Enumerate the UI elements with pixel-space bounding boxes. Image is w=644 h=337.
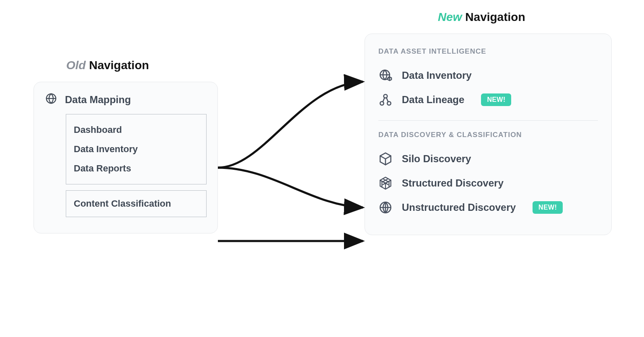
old-nav-panel: Data Mapping Dashboard Data Inventory Da… <box>34 82 218 233</box>
old-group-2: Content Classification <box>66 190 207 217</box>
new-badge: NEW! <box>481 93 511 106</box>
new-nav-panel: DATA ASSET INTELLIGENCE Data Inventory D… <box>365 34 612 235</box>
section-2-label: DATA DISCOVERY & CLASSIFICATION <box>378 131 598 139</box>
nav-item-structured-discovery[interactable]: Structured Discovery <box>378 171 598 195</box>
old-group-1: Dashboard Data Inventory Data Reports <box>66 114 207 184</box>
nav-item-label: Silo Discovery <box>402 153 471 165</box>
nav-item-label: Structured Discovery <box>402 177 504 189</box>
old-item-content-classification: Content Classification <box>74 197 199 211</box>
old-item-data-reports: Data Reports <box>74 159 199 178</box>
globe-intersect-icon <box>378 200 393 215</box>
nav-item-label: Unstructured Discovery <box>402 202 516 213</box>
nav-item-unstructured-discovery[interactable]: Unstructured Discovery NEW! <box>378 195 598 220</box>
new-nav-title: New Navigation <box>438 10 525 24</box>
globe-icon <box>45 92 57 107</box>
new-rest: Navigation <box>462 10 525 23</box>
nav-item-data-lineage[interactable]: Data Lineage NEW! <box>378 88 598 112</box>
lineage-icon <box>378 93 393 107</box>
old-heading-label: Data Mapping <box>65 94 131 106</box>
nav-item-label: Data Lineage <box>402 94 464 106</box>
old-prefix: Old <box>66 59 86 72</box>
cube-icon <box>378 152 393 166</box>
section-1-label: DATA ASSET INTELLIGENCE <box>378 47 598 56</box>
old-rest: Navigation <box>86 59 149 72</box>
nav-item-data-inventory[interactable]: Data Inventory <box>378 63 598 88</box>
nav-item-label: Data Inventory <box>402 70 472 81</box>
globe-box-icon <box>378 68 393 83</box>
old-item-dashboard: Dashboard <box>74 120 199 140</box>
old-nav-heading: Data Mapping <box>45 92 207 107</box>
rubik-cube-icon <box>378 176 393 190</box>
new-badge: NEW! <box>533 201 563 214</box>
nav-item-silo-discovery[interactable]: Silo Discovery <box>378 147 598 171</box>
new-prefix: New <box>438 10 462 23</box>
old-nav-title: Old Navigation <box>66 59 149 72</box>
old-item-data-inventory: Data Inventory <box>74 140 199 159</box>
section-divider <box>378 120 598 121</box>
